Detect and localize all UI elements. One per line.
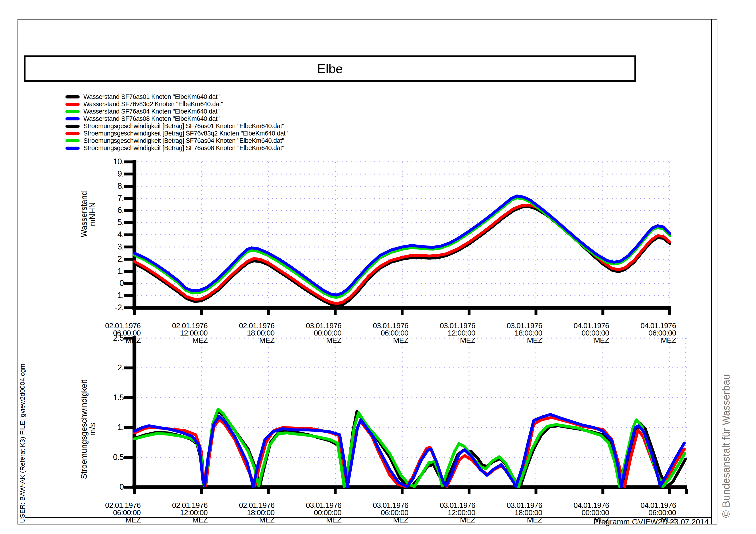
y-tick-label: -2. — [95, 303, 124, 312]
x-tick-label: 03.01.197600:00:00MEZ — [277, 502, 341, 523]
x-tick-label: 04.01.197606:00:00MEZ — [611, 502, 676, 523]
series-stroemungsgeschwindigkeit-betrag-sf76as08 — [134, 414, 684, 487]
x-tick-label: 03.01.197612:00:00MEZ — [411, 502, 475, 523]
x-tick-label: 04.01.197606:00:00MEZ — [611, 322, 676, 344]
stroemungsgeschwindigkeit-chart — [124, 336, 687, 494]
y-tick-label: 0 — [95, 279, 124, 288]
x-tick-label: 04.01.197600:00:00MEZ — [545, 322, 609, 344]
y-tick-label: 7. — [95, 194, 124, 203]
y-tick-label: 9. — [95, 169, 124, 178]
series-wasserstand-sf76as08 — [134, 196, 670, 295]
y-tick-label: 2.5 — [95, 333, 124, 343]
x-tick-label: 03.01.197618:00:00MEZ — [478, 502, 542, 523]
y-tick-label: -1. — [95, 291, 124, 300]
series-wasserstand-sf76v83q2 — [134, 205, 670, 304]
user-file-note: USER: BAW-AK (Referat K3) FILE: gview2d0… — [19, 363, 26, 523]
axis-title-line: Stroemungsgeschwindigkeit — [80, 380, 88, 479]
x-tick-label: 03.01.197606:00:00MEZ — [344, 322, 408, 344]
x-tick-label: 04.01.197600:00:00MEZ — [545, 502, 609, 523]
waterlevel-axis-title: Wasserstand mNHN — [80, 191, 97, 237]
x-tick-label: 02.01.197612:00:00MEZ — [143, 502, 208, 523]
y-tick-label: 2. — [95, 363, 124, 372]
y-tick-label: 5. — [95, 218, 124, 227]
velocity-axis-title: Stroemungsgeschwindigkeit m/s — [80, 380, 97, 479]
axis-title-line: Wasserstand — [80, 191, 88, 237]
y-tick-label: 10. — [95, 157, 124, 166]
x-tick-label: 02.01.197606:00:00MEZ — [76, 502, 141, 523]
x-tick-label: 03.01.197618:00:00MEZ — [478, 322, 542, 344]
y-tick-label: 0 — [95, 482, 124, 492]
x-tick-label: 03.01.197600:00:00MEZ — [277, 322, 341, 344]
y-tick-label: 1.5 — [95, 393, 124, 402]
y-tick-label: 3. — [95, 242, 124, 252]
y-tick-label: 1. — [95, 267, 124, 276]
y-tick-label: 1. — [95, 423, 124, 432]
copyright-note: © Bundesanstalt für Wasserbau — [720, 374, 732, 518]
x-tick-label: 02.01.197618:00:00MEZ — [210, 502, 274, 523]
y-tick-label: 6. — [95, 205, 124, 215]
y-tick-label: 2. — [95, 254, 124, 264]
wasserstand-chart — [124, 160, 671, 315]
y-tick-label: 0.5 — [95, 453, 124, 462]
x-tick-label: 03.01.197606:00:00MEZ — [344, 502, 408, 523]
y-tick-label: 4. — [95, 230, 124, 239]
x-tick-label: 03.01.197612:00:00MEZ — [411, 322, 475, 344]
y-tick-label: 8. — [95, 181, 124, 191]
x-tick-label: 02.01.197618:00:00MEZ — [210, 322, 274, 344]
series-stroemungsgeschwindigkeit-betrag-sf76v83q2 — [134, 417, 684, 487]
x-tick-label: 02.01.197612:00:00MEZ — [143, 322, 208, 344]
